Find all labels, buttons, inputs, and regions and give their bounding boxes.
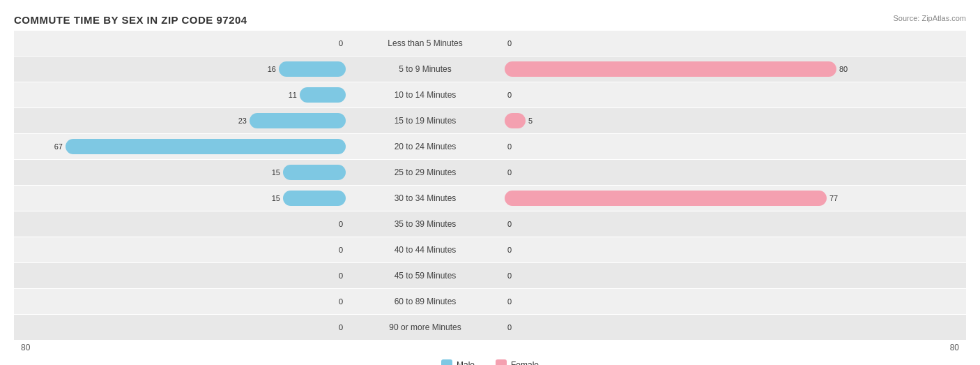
male-side: 15: [14, 186, 349, 211]
male-side: 0: [14, 237, 349, 262]
female-side: 80: [502, 57, 836, 82]
legend-female-label: Female: [511, 360, 539, 365]
bar-row: 040 to 44 Minutes0: [14, 237, 966, 262]
female-value-label: 0: [507, 220, 512, 228]
axis-bottom: 80 80: [14, 343, 966, 352]
male-value-label: 15: [272, 168, 280, 177]
row-label: 35 to 39 Minutes: [349, 219, 502, 229]
row-label: 10 to 14 Minutes: [349, 90, 502, 100]
row-label: 15 to 19 Minutes: [349, 116, 502, 126]
male-bar: 11: [300, 87, 346, 103]
female-side: 0: [502, 289, 836, 314]
row-label: 40 to 44 Minutes: [349, 245, 502, 255]
axis-right-label: 80: [950, 343, 959, 352]
female-value-label: 80: [839, 65, 848, 73]
bar-row: 060 to 89 Minutes0: [14, 289, 966, 314]
legend-female: Female: [496, 359, 539, 365]
bar-row: 045 to 59 Minutes0: [14, 263, 966, 288]
row-label: 20 to 24 Minutes: [349, 142, 502, 151]
male-value-label: 11: [289, 91, 297, 99]
female-bar: 77: [505, 191, 827, 206]
female-side: 0: [502, 134, 836, 159]
female-value-label: 0: [507, 297, 512, 306]
bar-row: 2315 to 19 Minutes5: [14, 108, 966, 133]
female-side: 0: [502, 211, 836, 237]
row-label: Less than 5 Minutes: [349, 38, 502, 48]
legend-male-label: Male: [457, 360, 475, 365]
bar-row: 1530 to 34 Minutes77: [14, 186, 966, 211]
male-side: 0: [14, 211, 349, 237]
bar-row: 6720 to 24 Minutes0: [14, 134, 966, 159]
female-side: 0: [502, 263, 836, 288]
legend-area: Male Female: [14, 359, 966, 365]
female-value-label: 0: [507, 142, 512, 151]
male-bar: 15: [283, 165, 346, 180]
row-label: 30 to 34 Minutes: [349, 193, 502, 203]
chart-title: COMMUTE TIME BY SEX IN ZIP CODE 97204: [14, 14, 247, 26]
female-value-label: 77: [829, 194, 838, 202]
male-value-label: 23: [238, 117, 247, 125]
female-value-label: 0: [507, 246, 512, 254]
female-side: 0: [502, 160, 836, 185]
female-value-label: 0: [507, 39, 512, 47]
male-value-label: 0: [339, 220, 343, 228]
male-side: 0: [14, 315, 349, 340]
female-side: 0: [502, 315, 836, 340]
female-value-label: 0: [507, 323, 512, 332]
female-value-label: 5: [528, 117, 533, 125]
bar-row: 1525 to 29 Minutes0: [14, 160, 966, 185]
male-side: 16: [14, 57, 349, 82]
bar-row: 0Less than 5 Minutes0: [14, 31, 966, 56]
female-side: 0: [502, 82, 836, 107]
legend-male-box: [441, 359, 452, 365]
chart-area: 0Less than 5 Minutes0165 to 9 Minutes801…: [14, 31, 966, 340]
female-value-label: 0: [507, 168, 512, 177]
male-side: 67: [14, 134, 349, 159]
male-side: 0: [14, 31, 349, 56]
male-bar: 67: [66, 139, 346, 154]
male-side: 0: [14, 263, 349, 288]
row-label: 25 to 29 Minutes: [349, 167, 502, 177]
male-side: 0: [14, 289, 349, 314]
chart-container: COMMUTE TIME BY SEX IN ZIP CODE 97204 So…: [14, 14, 966, 365]
female-bar: 80: [505, 61, 836, 77]
bar-row: 1110 to 14 Minutes0: [14, 82, 966, 107]
legend-male: Male: [441, 359, 475, 365]
female-value-label: 0: [507, 271, 512, 280]
male-value-label: 0: [339, 323, 343, 332]
male-side: 11: [14, 82, 349, 107]
row-label: 45 to 59 Minutes: [349, 271, 502, 281]
row-label: 90 or more Minutes: [349, 322, 502, 332]
axis-left-label: 80: [21, 343, 30, 352]
female-bar: 5: [505, 113, 526, 128]
female-value-label: 0: [507, 91, 512, 99]
male-side: 15: [14, 160, 349, 185]
bar-row: 035 to 39 Minutes0: [14, 211, 966, 237]
male-bar: 23: [250, 113, 346, 128]
male-bar: 15: [283, 191, 346, 206]
row-label: 5 to 9 Minutes: [349, 64, 502, 74]
bar-row: 090 or more Minutes0: [14, 315, 966, 340]
male-side: 23: [14, 108, 349, 133]
male-value-label: 0: [339, 39, 343, 47]
male-value-label: 0: [339, 271, 343, 280]
female-side: 0: [502, 31, 836, 56]
male-value-label: 0: [339, 297, 343, 306]
female-side: 0: [502, 237, 836, 262]
male-value-label: 67: [54, 142, 63, 151]
bar-row: 165 to 9 Minutes80: [14, 57, 966, 82]
row-label: 60 to 89 Minutes: [349, 297, 502, 306]
female-side: 77: [502, 186, 836, 211]
male-value-label: 16: [268, 65, 276, 73]
source-text: Source: ZipAtlas.com: [893, 14, 966, 22]
male-bar: 16: [279, 61, 346, 77]
male-value-label: 0: [339, 246, 343, 254]
female-side: 5: [502, 108, 836, 133]
legend-female-box: [496, 359, 507, 365]
male-value-label: 15: [272, 194, 280, 202]
